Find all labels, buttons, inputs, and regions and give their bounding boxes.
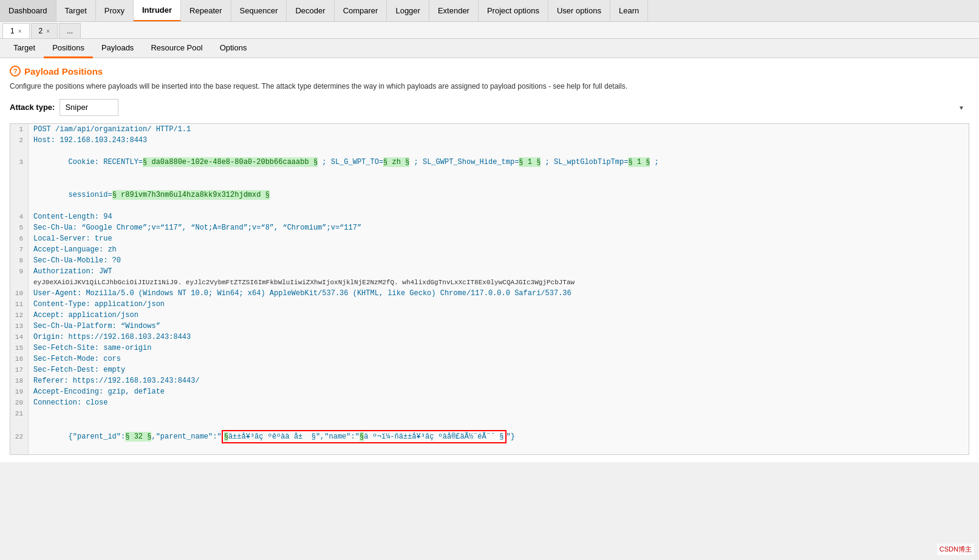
line-number: 11	[10, 299, 29, 310]
attack-type-select-wrapper: Sniper Battering ram Pitchfork Cluster b…	[60, 99, 969, 116]
tab-1-label: 1	[10, 27, 15, 35]
cookie-highlight-4: § 1 §	[628, 157, 650, 167]
cookie-highlight-3: § 1 §	[519, 157, 541, 167]
line-content: Sec-Ch-Ua-Platform: “Windows”	[29, 321, 969, 332]
line-content: Sec-Fetch-Mode: cors	[29, 353, 969, 364]
line-content: Accept-Encoding: gzip, deflate	[29, 386, 969, 397]
request-editor[interactable]: 1 POST /iam/api/organization/ HTTP/1.1 2…	[10, 123, 969, 455]
menu-project-options[interactable]: Project options	[479, 0, 548, 21]
line-number: 13	[10, 321, 29, 332]
line-content: Sec-Ch-Ua-Mobile: ?0	[29, 255, 969, 266]
line-content-sessionid: sessionid=§ r89ivm7h3nm6ul4hza8kk9x312hj…	[29, 179, 969, 211]
sub-tab-payloads[interactable]: Payloads	[93, 39, 142, 58]
cookie-prefix: Cookie: RECENTLY=	[69, 158, 143, 166]
sessionid-prefix: sessionid=	[69, 191, 112, 199]
line-content: Accept-Language: zh	[29, 244, 969, 255]
line-number: 8	[10, 255, 29, 266]
line-content-cookie: Cookie: RECENTLY=§ da0a880e-102e-48e8-80…	[29, 146, 969, 179]
line-number: 9	[10, 266, 29, 277]
line-number: 21	[10, 408, 29, 419]
main-content: ? Payload Positions Configure the positi…	[0, 58, 979, 462]
sub-tab-target[interactable]: Target	[5, 39, 44, 58]
tab-2-label: 2	[39, 27, 43, 35]
request-line: 6 Local-Server: true	[10, 233, 969, 244]
menu-target[interactable]: Target	[56, 0, 96, 21]
line22-prefix: {"parent_id":	[69, 432, 126, 441]
request-line: 1 POST /iam/api/organization/ HTTP/1.1	[10, 124, 969, 135]
sessionid-highlight: § r89ivm7h3nm6ul4hza8kk9x312hjdmxd §	[112, 190, 270, 200]
menu-proxy[interactable]: Proxy	[96, 0, 134, 21]
line-content: Origin: https://192.168.103.243:8443	[29, 332, 969, 343]
menu-dashboard[interactable]: Dashboard	[0, 0, 56, 21]
line-number: 20	[10, 397, 29, 408]
sub-tab-positions[interactable]: Positions	[44, 39, 93, 58]
request-line: 18 Referer: https://192.168.103.243:8443…	[10, 375, 969, 386]
tab-bar: 1 × 2 × ...	[0, 22, 979, 39]
section-title: Payload Positions	[24, 66, 103, 77]
request-line: 12 Accept: application/json	[10, 310, 969, 321]
menu-user-options[interactable]: User options	[548, 0, 610, 21]
attack-type-select[interactable]: Sniper Battering ram Pitchfork Cluster b…	[60, 99, 118, 116]
line-content-22: {"parent_id":§ 32 §,"parent_name":"§ä±±å…	[29, 419, 969, 454]
tab-1[interactable]: 1 ×	[2, 23, 30, 38]
menu-logger[interactable]: Logger	[387, 0, 429, 21]
request-line: 5 Sec-Ch-Ua: “Google Chrome”;v=“117”, “N…	[10, 222, 969, 233]
tab-more-label: ...	[67, 27, 73, 35]
line-content-jwt: eyJ0eXAiOiJKV1QiLCJhbGciOiJIUzI1NiJ9. ey…	[29, 277, 969, 288]
line-number: 5	[10, 222, 29, 233]
menu-decoder[interactable]: Decoder	[287, 0, 334, 21]
line-number: 12	[10, 310, 29, 321]
help-icon[interactable]: ?	[10, 66, 21, 77]
sub-tab-bar: Target Positions Payloads Resource Pool …	[0, 39, 979, 58]
sub-tab-resource-pool-label: Resource Pool	[151, 43, 202, 52]
cookie-highlight-2: § zh §	[383, 157, 409, 167]
request-line: 7 Accept-Language: zh	[10, 244, 969, 255]
menu-intruder[interactable]: Intruder	[134, 0, 181, 21]
line-content: Content-Length: 94	[29, 211, 969, 222]
tab-more[interactable]: ...	[59, 23, 81, 38]
menu-learn[interactable]: Learn	[610, 0, 648, 21]
section-description: Configure the positions where payloads w…	[10, 81, 969, 92]
request-line-cookie: 3 Cookie: RECENTLY=§ da0a880e-102e-48e8-…	[10, 146, 969, 179]
line-number: 4	[10, 211, 29, 222]
request-line-jwt: eyJ0eXAiOiJKV1QiLCJhbGciOiJIUzI1NiJ9. ey…	[10, 277, 969, 288]
line-number: 2	[10, 135, 29, 146]
sub-tab-target-label: Target	[13, 43, 35, 52]
sub-tab-positions-label: Positions	[52, 43, 84, 52]
request-line: 21	[10, 408, 969, 419]
line-content: Sec-Fetch-Dest: empty	[29, 364, 969, 375]
sub-tab-options[interactable]: Options	[211, 39, 256, 58]
tab-2[interactable]: 2 ×	[31, 23, 58, 38]
request-line: 2 Host: 192.168.103.243:8443	[10, 135, 969, 146]
line22-text2: ä º¬ï¼-ñä±±å¥³ãç ºàå®£äÃ½¨éÃ¨¨ §	[364, 432, 503, 441]
cookie-mid1: ; SL_G_WPT_TO=	[318, 158, 383, 166]
menu-repeater[interactable]: Repeater	[181, 0, 231, 21]
menu-extender[interactable]: Extender	[429, 0, 479, 21]
line-number: 16	[10, 353, 29, 364]
line-number: 6	[10, 233, 29, 244]
sub-tab-options-label: Options	[220, 43, 247, 52]
cookie-mid2: ; SL_GWPT_Show_Hide_tmp=	[409, 158, 519, 166]
sub-tab-resource-pool[interactable]: Resource Pool	[142, 39, 211, 58]
tab-1-close[interactable]: ×	[18, 28, 22, 35]
request-line-22: 22 {"parent_id":§ 32 §,"parent_name":"§ä…	[10, 419, 969, 454]
line-content: User-Agent: Mozilla/5.0 (Windows NT 10.0…	[29, 288, 969, 299]
line-number: 17	[10, 364, 29, 375]
menu-bar: Dashboard Target Proxy Intruder Repeater…	[0, 0, 979, 22]
line-number: 15	[10, 343, 29, 353]
request-line: 14 Origin: https://192.168.103.243:8443	[10, 332, 969, 343]
line22-comma1: ","name":"	[316, 432, 360, 441]
menu-comparer[interactable]: Comparer	[335, 0, 387, 21]
line-content	[29, 408, 969, 419]
line-number	[10, 179, 29, 211]
line-number	[10, 277, 29, 288]
request-line: 8 Sec-Ch-Ua-Mobile: ?0	[10, 255, 969, 266]
cookie-semi: ;	[650, 158, 658, 166]
section-header: ? Payload Positions	[10, 66, 969, 77]
line-content: Referer: https://192.168.103.243:8443/	[29, 375, 969, 386]
line-number: 7	[10, 244, 29, 255]
line22-boxed: §ä±±å¥³ãç ºêºàà å± §","name":"§ä º¬ï¼-ñä…	[222, 430, 507, 443]
line-number: 10	[10, 288, 29, 299]
tab-2-close[interactable]: ×	[46, 28, 50, 35]
menu-sequencer[interactable]: Sequencer	[231, 0, 287, 21]
